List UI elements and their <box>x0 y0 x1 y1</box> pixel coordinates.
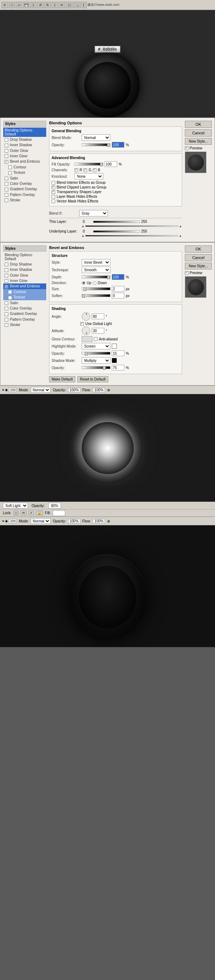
fill-input[interactable] <box>53 510 65 516</box>
style-gradient-overlay-2[interactable]: Gradient Overlay <box>3 311 46 317</box>
channel-r-cb[interactable] <box>75 169 78 172</box>
inner-shadow-cb[interactable] <box>5 144 8 147</box>
depth-input[interactable] <box>112 274 124 280</box>
shadow-opacity-input[interactable] <box>112 365 124 371</box>
opacity-value-2[interactable]: 100% <box>68 519 80 523</box>
use-global-light-cb[interactable] <box>80 322 84 326</box>
highlight-opacity-thumb[interactable] <box>85 352 88 355</box>
direction-up-radio[interactable] <box>82 281 85 285</box>
altitude-input[interactable] <box>92 328 104 334</box>
opacity-thumb[interactable] <box>107 143 110 147</box>
save-icon[interactable]: 💾 <box>23 2 29 8</box>
style-gradient-overlay[interactable]: Gradient Overlay <box>3 186 46 192</box>
this-layer-slider[interactable] <box>93 221 140 223</box>
style-contour-2[interactable]: Contour <box>3 289 46 294</box>
altitude-circle[interactable] <box>82 326 90 335</box>
style-inner-glow-2[interactable]: Inner Glow <box>3 278 46 283</box>
bevel-emboss-cb-2[interactable] <box>5 285 8 288</box>
zoom-icon[interactable]: 🔍 <box>73 2 80 8</box>
color-overlay-cb[interactable] <box>5 182 8 186</box>
open-icon[interactable]: ▱ <box>16 2 22 8</box>
transparency-shapes-cb[interactable] <box>52 190 55 194</box>
style-contour[interactable]: Contour <box>3 164 46 170</box>
undo-icon[interactable]: ↺ <box>37 2 44 8</box>
brush-size-input[interactable]: 200 <box>9 388 16 392</box>
lock-position-btn[interactable]: + <box>29 511 34 515</box>
depth-thumb[interactable] <box>107 275 110 279</box>
style-select[interactable]: Inner Bevel <box>82 259 110 266</box>
style-blending-options-2[interactable]: Blending Options: Default <box>3 252 46 262</box>
style-outer-glow[interactable]: Outer Glow <box>3 148 46 153</box>
size-input[interactable] <box>112 286 124 292</box>
underlying-slider[interactable] <box>93 231 140 232</box>
blend-interior-cb[interactable] <box>52 181 55 185</box>
channel-g-cb[interactable] <box>83 169 87 172</box>
style-stroke-2[interactable]: Stroke <box>3 322 46 328</box>
opacity-input[interactable] <box>112 142 124 148</box>
new-icon[interactable]: □ <box>9 2 15 8</box>
angle-circle[interactable] <box>82 312 90 321</box>
style-color-overlay-2[interactable]: Color Overlay <box>3 305 46 311</box>
style-drop-shadow-2[interactable]: Drop Shadow <box>3 262 46 267</box>
gradient-overlay-cb-2[interactable] <box>5 312 8 316</box>
direction-down-radio[interactable] <box>93 281 96 285</box>
depth-slider[interactable] <box>82 275 110 278</box>
knockout-select[interactable]: None <box>75 173 103 180</box>
fill-opacity-slider[interactable] <box>75 163 103 165</box>
lock-all-btn[interactable]: 🔒 <box>36 511 43 515</box>
soften-thumb[interactable] <box>82 294 85 298</box>
flow-value-1[interactable]: 100% <box>93 388 105 392</box>
style-stroke[interactable]: Stroke <box>3 197 46 203</box>
size-thumb[interactable] <box>83 287 86 291</box>
style-satin[interactable]: Satin <box>3 176 46 181</box>
angle-input[interactable] <box>92 313 104 319</box>
pattern-overlay-cb-2[interactable] <box>5 318 8 321</box>
ok-button-1[interactable]: OK <box>185 121 212 128</box>
style-pattern-overlay[interactable]: Pattern Overlay <box>3 192 46 197</box>
gradient-overlay-cb[interactable] <box>5 188 8 191</box>
preview-cb-1[interactable] <box>185 146 188 150</box>
layer-mask-cb[interactable] <box>52 195 55 199</box>
opacity-slider[interactable] <box>82 143 110 146</box>
shadow-mode-select[interactable]: Multiply <box>82 357 110 364</box>
mode-select-2[interactable]: Normal <box>31 518 51 524</box>
new-style-button-2[interactable]: New Style... <box>185 262 212 269</box>
channel-b-cb[interactable] <box>93 169 96 172</box>
ok-button-2[interactable]: OK <box>185 245 212 253</box>
gloss-contour-preview[interactable] <box>82 336 92 342</box>
soften-slider[interactable] <box>82 294 110 297</box>
reset-to-default-button[interactable]: Reset to Default <box>77 376 108 382</box>
outer-glow-cb-2[interactable] <box>5 274 8 277</box>
style-bevel-emboss-2[interactable]: Bevel and Emboss <box>3 283 46 289</box>
cancel-button-2[interactable]: Cancel <box>185 254 212 261</box>
style-bevel-emboss[interactable]: Bevel and Emboss <box>3 159 46 164</box>
style-blending-options[interactable]: Blending Options: Default <box>3 127 46 137</box>
eraser-icon[interactable]: ◻ <box>66 2 72 8</box>
inner-glow-cb-2[interactable] <box>5 279 8 283</box>
brush-size-input-2[interactable]: 200 <box>9 519 16 523</box>
texture-cb[interactable] <box>8 171 12 175</box>
lock-image-btn[interactable]: ✏ <box>21 511 27 515</box>
soften-input[interactable] <box>112 293 124 299</box>
layer-blend-select[interactable]: Soft Light <box>3 503 28 509</box>
stroke-cb[interactable] <box>5 199 8 202</box>
style-texture-2[interactable]: Texture <box>3 294 46 300</box>
contour-cb[interactable] <box>8 165 12 169</box>
style-inner-glow[interactable]: Inner Glow <box>3 153 46 159</box>
highlight-mode-select[interactable]: Screen <box>82 343 110 349</box>
mode-select-1[interactable]: Normal <box>31 387 51 393</box>
fill-opacity-input[interactable] <box>105 161 117 167</box>
redo-icon[interactable]: ↻ <box>45 2 51 8</box>
satin-cb[interactable] <box>5 177 8 180</box>
shadow-opacity-thumb[interactable] <box>103 366 106 370</box>
opacity-value-1[interactable]: 100% <box>68 388 80 392</box>
highlight-opacity-input[interactable] <box>112 350 124 356</box>
shadow-color-swatch[interactable] <box>112 358 117 363</box>
texture-cb-2[interactable] <box>8 296 12 299</box>
drop-shadow-cb[interactable] <box>5 138 8 142</box>
vector-mask-cb[interactable] <box>52 200 55 203</box>
highlight-color-swatch[interactable] <box>112 344 117 348</box>
size-slider[interactable] <box>82 287 110 290</box>
bevel-emboss-cb[interactable] <box>5 160 8 164</box>
shadow-opacity-slider[interactable] <box>82 366 110 369</box>
